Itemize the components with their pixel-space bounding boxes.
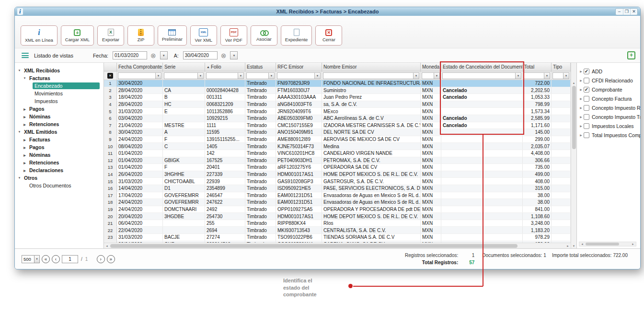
chevron-right-icon[interactable]: ▶: [22, 115, 27, 118]
grid-row-20[interactable]: 2020/04/20203HGDBE254730TimbradoHDM00101…: [104, 213, 571, 220]
checkbox-unchecked[interactable]: [584, 105, 589, 111]
chevron-down-icon[interactable]: ▼: [434, 73, 439, 79]
chevron-right-icon[interactable]: ▶: [578, 88, 584, 91]
chevron-right-icon[interactable]: ▶: [22, 123, 27, 126]
column-filter-fecha[interactable]: ▼: [118, 72, 161, 79]
grid-row-15[interactable]: 1531/03/2020CHICTOAABL22939TimbradoGAS91…: [104, 178, 571, 185]
chevron-down-icon[interactable]: ▼: [515, 73, 521, 79]
grid-row-22[interactable]: 2222/04/20202694TimbradoMKI930713543CENT…: [104, 227, 571, 234]
toolbar-button-cargar-xml[interactable]: +Cargar XML: [61, 25, 94, 46]
scrollbar-thumb[interactable]: [110, 244, 518, 248]
checkbox-unchecked[interactable]: [584, 132, 589, 138]
toolbar-button-preliminar[interactable]: Preliminar: [158, 25, 187, 46]
close-window-button[interactable]: ✕: [630, 9, 637, 15]
checkbox-unchecked[interactable]: [584, 123, 589, 129]
grid-row-21[interactable]: 2106/04/2020255TimbradoRIPP880KX4RIosMXN…: [104, 220, 571, 227]
column-header-fecha[interactable]: Fecha Comprobante: [117, 63, 163, 71]
date-from-dropdown[interactable]: ▼: [160, 51, 168, 59]
sidebar-item-retenciones[interactable]: ▶Retenciones: [15, 120, 104, 128]
next-page-button[interactable]: ›: [97, 255, 105, 263]
grid-row-4[interactable]: 428/04/2020HC0068321209TimbradoaNG841003…: [104, 101, 571, 108]
column-header-serie[interactable]: Serie: [163, 63, 205, 71]
chevron-right-icon[interactable]: ▶: [22, 146, 27, 149]
chevron-right-icon[interactable]: ▶: [578, 133, 584, 137]
column-header-folio[interactable]: ▲Folio: [205, 63, 245, 71]
chevron-down-icon[interactable]: ▼: [544, 73, 550, 79]
scrollbar-thumb[interactable]: [572, 86, 576, 149]
column-filter-estado[interactable]: ▼: [442, 72, 521, 79]
grid-row-14[interactable]: 1426/04/20203HGHHE227339TimbradoHDM00101…: [104, 171, 571, 178]
checkbox-checked[interactable]: ✓: [584, 69, 589, 74]
minimize-button[interactable]: –: [616, 9, 623, 15]
layout-item-impuestos-locales[interactable]: ▶Impuestos Locales: [578, 121, 640, 130]
grid-row-12[interactable]: 1201/04/2020GBIGK167525TimbradoPET040903…: [104, 157, 571, 164]
sidebar-item-pagos[interactable]: ▶Pagos: [15, 105, 104, 113]
page-size-select[interactable]: 500 ▼: [22, 255, 40, 263]
clear-selection-icon[interactable]: ✕: [107, 73, 113, 79]
sidebar-item-otros[interactable]: ▼Otros: [15, 174, 104, 182]
scroll-right-icon[interactable]: ►: [565, 243, 571, 248]
sidebar-item-facturas[interactable]: ▶Facturas: [15, 136, 104, 143]
grid-row-13[interactable]: 1301/04/2020F20401TimbradoaRF1203275Y6OP…: [104, 164, 571, 171]
chevron-right-icon[interactable]: ▶: [22, 138, 27, 141]
column-header-nombre[interactable]: Nombre Emisor: [322, 63, 421, 71]
layout-item-total-impuestos-compr[interactable]: ▶Total Impuestos Compr: [578, 130, 640, 140]
sidebar-item-xml-emitidos[interactable]: ▼XML Emitidos: [15, 128, 104, 136]
layout-item-concepto-factura[interactable]: ▶Concepto Factura: [578, 94, 640, 103]
sidebar-item-retenciones[interactable]: ▶Retenciones: [15, 159, 104, 166]
grid-row-23[interactable]: 2331/03/2020BACJE27274TimbradoTSO991022P…: [104, 234, 571, 241]
views-menu-icon[interactable]: [22, 53, 29, 58]
sidebar-item-nóminas[interactable]: ▶Nóminas: [15, 151, 104, 159]
column-filter-tipo[interactable]: ▼: [552, 72, 569, 79]
checkbox-unchecked[interactable]: [584, 96, 589, 102]
chevron-down-icon[interactable]: ▼: [563, 73, 569, 79]
chevron-right-icon[interactable]: ▶: [22, 161, 27, 164]
sidebar-item-encabezado[interactable]: Encabezado: [15, 82, 104, 90]
toolbar-button-expediente[interactable]: Expediente: [281, 25, 312, 46]
last-page-button[interactable]: »: [107, 255, 115, 263]
checkbox-unchecked[interactable]: [584, 114, 589, 120]
column-header-rfc[interactable]: RFC Emisor: [276, 63, 322, 71]
grid-row-17[interactable]: 1717/04/2020GOVEFREMRR246547TimbradoEAM0…: [104, 192, 571, 199]
chevron-down-icon[interactable]: ▼: [197, 73, 203, 79]
date-from-input[interactable]: [113, 51, 147, 59]
first-page-button[interactable]: «: [42, 255, 50, 263]
layout-item-cfdi-relacionado[interactable]: ▶CFDI Relacionado: [578, 76, 640, 85]
column-filter-total[interactable]: ▼: [524, 72, 550, 79]
column-header-total[interactable]: Total: [523, 63, 552, 71]
column-filter-folio[interactable]: ▼: [206, 72, 244, 79]
sidebar-item-nóminas[interactable]: ▶Nóminas: [15, 113, 104, 120]
checkbox-unchecked[interactable]: [584, 78, 589, 83]
scroll-down-icon[interactable]: ▼: [571, 243, 576, 248]
chevron-right-icon[interactable]: ▶: [578, 106, 584, 109]
layout-item-concepto-impuesto-ret[interactable]: ▶Concepto Impuesto Ret: [578, 103, 640, 112]
checkbox-checked[interactable]: ✓: [584, 87, 589, 93]
toolbar-button-exportar[interactable]: XExportar: [97, 25, 124, 46]
sidebar-item-facturas[interactable]: ▼Facturas: [15, 74, 104, 82]
prev-page-button[interactable]: ‹: [52, 255, 60, 263]
toolbar-button-cerrar[interactable]: ✕Cerrar: [315, 25, 342, 46]
sidebar-item-movimientos[interactable]: Movimientos: [15, 90, 104, 97]
chevron-right-icon[interactable]: ▶: [578, 115, 584, 118]
column-header-num[interactable]: [104, 63, 117, 71]
chevron-right-icon[interactable]: ▶: [578, 97, 584, 100]
sidebar-item-pagos[interactable]: ▶Pagos: [15, 143, 104, 151]
chevron-down-icon[interactable]: ▼: [155, 73, 161, 79]
column-header-moneda[interactable]: Moneda: [421, 63, 441, 71]
column-header-tipo[interactable]: Tipo: [552, 63, 571, 71]
chevron-down-icon[interactable]: ▼: [17, 69, 22, 72]
grid-row-18[interactable]: 1824/04/2020GOVEFREMRR247622TimbradoEAM0…: [104, 199, 571, 206]
clear-date-to-icon[interactable]: ⊗: [221, 52, 227, 59]
column-header-estatus[interactable]: Estatus: [245, 63, 276, 71]
layout-item-add[interactable]: ▶✓ADD: [578, 67, 640, 76]
layout-item-comprobante[interactable]: ▶✓Comprobante: [578, 85, 640, 94]
column-filter-rfc[interactable]: ▼: [277, 72, 321, 79]
sidebar-item-xml-recibidos[interactable]: ▼XML Recibidos: [15, 67, 104, 74]
grid-row-6[interactable]: 603/04/202010929215TimbradoABE050309FM0A…: [104, 115, 571, 122]
scroll-left-icon[interactable]: ◄: [104, 243, 110, 248]
grid-row-8[interactable]: 830/04/2020A11595TimbradoANO150409M91DEL…: [104, 129, 571, 136]
grid-row-10[interactable]: 1008/04/2020C1405TimbradoKJNE750314F73Me…: [104, 143, 571, 150]
column-filter-nombre[interactable]: ▼: [323, 72, 419, 79]
column-header-estado[interactable]: Estado de Cancelación del Documento: [441, 63, 523, 71]
date-to-input[interactable]: [183, 51, 218, 59]
